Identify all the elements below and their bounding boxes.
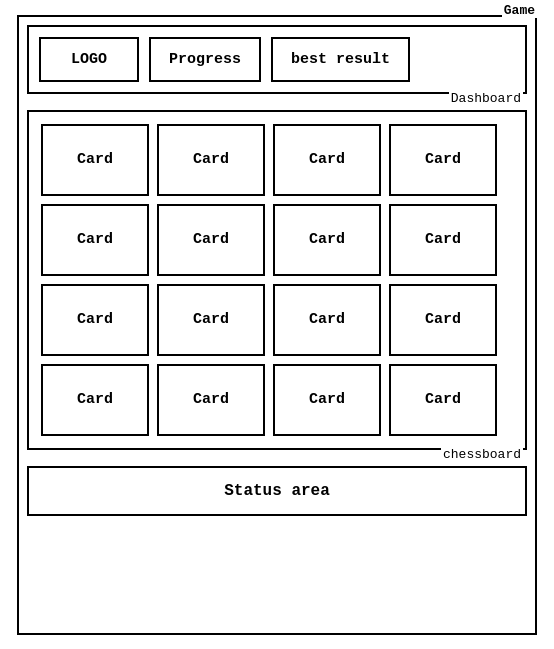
card-4-1[interactable]: Card (41, 364, 149, 436)
card-4-3[interactable]: Card (273, 364, 381, 436)
card-row-4: Card Card Card Card (41, 364, 513, 436)
card-3-1[interactable]: Card (41, 284, 149, 356)
card-row-2: Card Card Card Card (41, 204, 513, 276)
card-4-4[interactable]: Card (389, 364, 497, 436)
game-container: Game LOGO Progress best result Dashboard… (17, 15, 537, 635)
card-row-1: Card Card Card Card (41, 124, 513, 196)
chessboard-label: chessboard (441, 447, 523, 462)
dashboard-label: Dashboard (449, 91, 523, 106)
card-2-4[interactable]: Card (389, 204, 497, 276)
card-3-2[interactable]: Card (157, 284, 265, 356)
card-4-2[interactable]: Card (157, 364, 265, 436)
card-1-4[interactable]: Card (389, 124, 497, 196)
card-2-2[interactable]: Card (157, 204, 265, 276)
card-row-3: Card Card Card Card (41, 284, 513, 356)
card-3-4[interactable]: Card (389, 284, 497, 356)
card-1-1[interactable]: Card (41, 124, 149, 196)
logo-item: LOGO (39, 37, 139, 82)
game-label: Game (502, 3, 537, 18)
status-section: Status area (27, 466, 527, 516)
card-1-2[interactable]: Card (157, 124, 265, 196)
card-1-3[interactable]: Card (273, 124, 381, 196)
card-2-1[interactable]: Card (41, 204, 149, 276)
card-3-3[interactable]: Card (273, 284, 381, 356)
progress-item: Progress (149, 37, 261, 82)
chessboard-section: Card Card Card Card Card Card Card Card … (27, 110, 527, 450)
best-result-item: best result (271, 37, 410, 82)
header-section: LOGO Progress best result Dashboard (27, 25, 527, 94)
card-2-3[interactable]: Card (273, 204, 381, 276)
